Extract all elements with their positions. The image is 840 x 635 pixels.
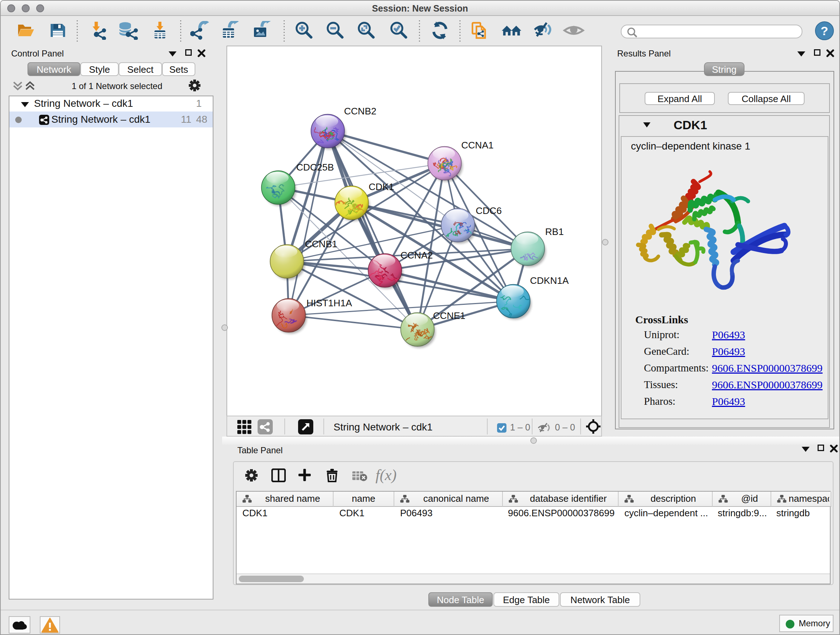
svg-text:CCNA2: CCNA2: [401, 250, 433, 261]
svg-text:CDC6: CDC6: [476, 205, 502, 216]
svg-text:CDKN1A: CDKN1A: [530, 275, 569, 286]
svg-text:CCNB1: CCNB1: [305, 239, 337, 249]
svg-text:CCNE1: CCNE1: [433, 310, 465, 321]
svg-text:?: ?: [821, 24, 829, 38]
svg-text:CDK1: CDK1: [369, 181, 394, 192]
svg-text:CDC25B: CDC25B: [296, 162, 334, 173]
svg-text:HIST1H1A: HIST1H1A: [306, 298, 352, 309]
svg-text:CCNB2: CCNB2: [344, 106, 376, 117]
svg-text:CCNA1: CCNA1: [461, 140, 493, 150]
svg-text:RB1: RB1: [545, 226, 564, 237]
